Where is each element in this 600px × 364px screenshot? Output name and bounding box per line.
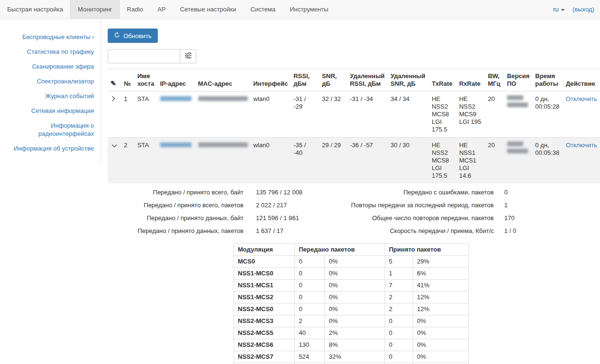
mod-cell: 0 bbox=[295, 292, 325, 303]
mod-cell: 0% bbox=[413, 327, 469, 339]
details-right-column: Передано с ошибками, пакетов0 Повторы пе… bbox=[348, 188, 600, 240]
refresh-button-label: Обновить bbox=[123, 32, 152, 40]
mod-cell-name: MCS0 bbox=[234, 256, 295, 268]
table-row-client-2[interactable]: 2 STA wlan0 -35 / -40 29 / 29 -36 / -57 … bbox=[108, 138, 600, 184]
tab-tools[interactable]: Инструменты bbox=[283, 0, 336, 19]
logout-link[interactable]: (выход) bbox=[572, 6, 594, 13]
tab-monitoring[interactable]: Мониторинг bbox=[70, 0, 120, 19]
client-details: Передано / принято всего, байт135 796 / … bbox=[108, 183, 600, 243]
cell-remote-rssi: -31 / -34 bbox=[347, 91, 387, 138]
sidebar-item-traffic-stats[interactable]: Статистика по трафику bbox=[0, 44, 101, 59]
cell-remote-rssi: -36 / -57 bbox=[347, 138, 387, 184]
mod-cell: 6% bbox=[413, 268, 469, 280]
mod-cell: 0 bbox=[385, 351, 413, 363]
cell-remote-snr: 34 / 34 bbox=[388, 91, 429, 138]
search-group bbox=[108, 49, 600, 63]
stat-value: 2 022 / 217 bbox=[256, 201, 287, 210]
col-header-action: Действие bbox=[563, 69, 600, 91]
top-navigation: Быстрая настройка Мониторинг Radio AP Се… bbox=[0, 0, 600, 19]
mod-cell: 8% bbox=[325, 339, 385, 351]
stat-value: 1 / 0 bbox=[504, 227, 516, 235]
sidebar-item-label: Беспроводные клиенты bbox=[22, 33, 91, 40]
cell-interface: wlan0 bbox=[251, 138, 291, 184]
sidebar-item-wireless-clients[interactable]: Беспроводные клиенты› bbox=[0, 30, 101, 44]
tab-quick-setup[interactable]: Быстрая настройка bbox=[0, 0, 70, 19]
mod-cell: 40 bbox=[295, 327, 325, 339]
mod-cell: 0% bbox=[325, 292, 385, 303]
mod-cell: 0 bbox=[385, 339, 413, 351]
stat-value: 135 796 / 12 008 bbox=[256, 188, 303, 197]
mod-col-header-tx: Передано пакетов bbox=[295, 244, 385, 256]
mod-cell: 0% bbox=[413, 351, 469, 363]
cell-hostname: STA bbox=[134, 91, 157, 138]
expand-chevron-down-icon[interactable] bbox=[111, 142, 118, 150]
mod-cell: 0% bbox=[325, 280, 385, 292]
col-header-num: № bbox=[121, 69, 134, 91]
mod-cell: 2 bbox=[295, 315, 325, 327]
mod-cell: 0 bbox=[385, 327, 413, 339]
mod-cell: 41% bbox=[413, 280, 469, 292]
mod-cell: 524 bbox=[295, 351, 325, 363]
stat-label: Передано с ошибками, пакетов bbox=[348, 188, 494, 197]
tab-network-settings[interactable]: Сетевые настройки bbox=[173, 0, 244, 19]
mod-row: NSS1-MCS200%212% bbox=[234, 292, 469, 303]
mac-address-redacted bbox=[198, 142, 248, 147]
col-header-mac: MAC-адрес bbox=[195, 69, 251, 91]
sidebar-item-air-scan[interactable]: Сканирование эфира bbox=[0, 59, 101, 74]
mod-cell: 0% bbox=[325, 303, 385, 315]
cell-uptime: 0 дн, 00:05:38 bbox=[532, 138, 563, 184]
table-row-client-1[interactable]: 1 STA wlan0 -31 / -29 32 / 32 -31 / -34 … bbox=[108, 91, 600, 138]
ip-address-link-redacted[interactable] bbox=[160, 96, 192, 101]
sidebar-item-event-log[interactable]: Журнал событий bbox=[0, 89, 101, 103]
stat-label: Повторы передачи за последний период, па… bbox=[348, 201, 494, 210]
table-header-row: ✎ № Имя хоста IP-адрес MAC-адрес Интерфе… bbox=[108, 69, 600, 91]
chevron-right-icon: › bbox=[92, 33, 94, 40]
disconnect-link[interactable]: Отключить bbox=[566, 142, 597, 149]
stat-label: Передано / принято данных, пакетов bbox=[108, 227, 244, 235]
stat-label: Передано / принято данных, байт bbox=[108, 214, 244, 222]
stat-label: Скорость передачи / приема, Кбит/с bbox=[348, 227, 494, 235]
mod-cell: 2% bbox=[325, 327, 385, 339]
tab-ap[interactable]: AP bbox=[150, 0, 173, 19]
tab-radio[interactable]: Radio bbox=[120, 0, 150, 19]
disconnect-link[interactable]: Отключить bbox=[566, 95, 597, 102]
mod-cell: 12% bbox=[413, 303, 469, 315]
sidebar-item-device-info[interactable]: Информация об устройстве bbox=[0, 141, 101, 156]
cell-bw: 20 bbox=[485, 91, 504, 138]
mod-cell: 0 bbox=[295, 303, 325, 315]
search-input[interactable] bbox=[108, 49, 180, 63]
ip-address-link-redacted[interactable] bbox=[160, 142, 192, 147]
mod-cell: 12% bbox=[413, 292, 469, 303]
mod-cell-name: NSS1-MCS0 bbox=[234, 268, 295, 280]
modulation-header-row: Модуляция Передано пакетов Принято пакет… bbox=[234, 244, 469, 256]
cell-rssi: -31 / -29 bbox=[291, 91, 319, 138]
tab-system[interactable]: Система bbox=[244, 0, 283, 19]
mod-cell-name: NSS2-MCS7 bbox=[234, 351, 295, 363]
pencil-icon: ✎ bbox=[111, 80, 116, 87]
sidebar-item-spectrum-analyzer[interactable]: Спектроанализатор bbox=[0, 74, 101, 89]
mod-cell: 0% bbox=[325, 256, 385, 268]
cell-rxrate: HE NSS2 MCS9 LGI 195 bbox=[456, 91, 485, 138]
filter-button[interactable] bbox=[180, 49, 196, 63]
col-header-remote-snr: Удаленный SNR, дБ bbox=[388, 69, 429, 91]
mod-row: MCS000%529% bbox=[234, 256, 469, 268]
cell-rssi: -35 / -40 bbox=[291, 138, 319, 184]
refresh-button[interactable]: Обновить bbox=[108, 29, 158, 43]
sliders-icon bbox=[185, 52, 192, 60]
stat-label: Общее число повторов передачи, пакетов bbox=[348, 214, 494, 222]
mod-cell-name: NSS2-MCS5 bbox=[234, 327, 295, 339]
mod-row: NSS1-MCS100%741% bbox=[234, 280, 469, 292]
mod-cell-name: NSS1-MCS2 bbox=[234, 292, 295, 303]
stat-value: 1 bbox=[504, 201, 508, 210]
cell-txrate: HE NSS2 MCS8 LGI 175.5 bbox=[429, 138, 457, 184]
stat-value: 170 bbox=[504, 214, 515, 222]
sidebar-item-radio-interfaces-info[interactable]: Информация о радиоинтерфейсах bbox=[0, 118, 101, 141]
sidebar-item-network-info[interactable]: Сетевая информация bbox=[0, 103, 101, 118]
sidebar: Беспроводные клиенты› Статистика по траф… bbox=[0, 19, 101, 162]
language-selector[interactable]: ru bbox=[553, 6, 565, 13]
col-header-firmware: Версия ПО bbox=[504, 69, 532, 91]
mod-row: NSS2-MCS320%00% bbox=[234, 315, 469, 327]
stat-label: Передано / принято всего, байт bbox=[108, 188, 244, 197]
expand-chevron-right-icon[interactable] bbox=[111, 95, 116, 104]
col-header-txrate: TxRate bbox=[429, 69, 457, 91]
